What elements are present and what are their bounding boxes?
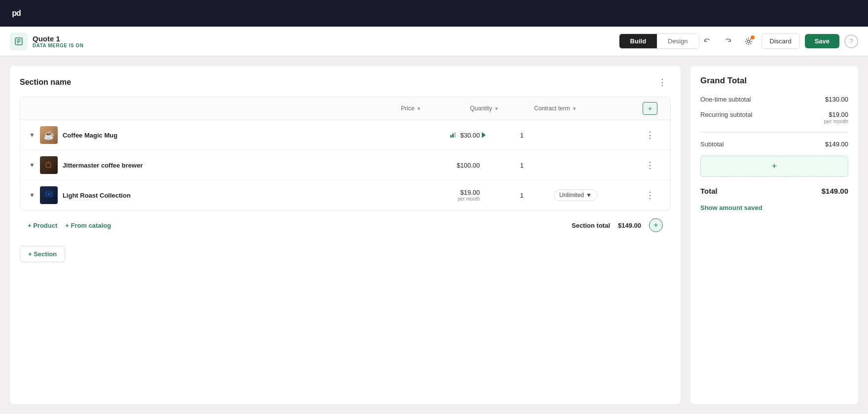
- qty-value-3: 1: [520, 192, 523, 199]
- section-menu-button[interactable]: ⋮: [654, 76, 671, 89]
- total-value: $149.00: [822, 187, 848, 195]
- subtotal-label: Subtotal: [700, 140, 724, 148]
- col-add-header: +: [643, 102, 662, 115]
- table-row: ▼ Light Roast Collection $19.00: [20, 180, 670, 210]
- product-name-3: Light Roast Collection: [63, 192, 131, 199]
- build-tab[interactable]: Build: [619, 34, 657, 48]
- quote-title-block: Quote 1 DATA MERGE IS ON: [33, 34, 619, 48]
- one-time-subtotal-value: $130.00: [825, 96, 848, 103]
- price-sort-icon: ▼: [416, 106, 421, 111]
- quote-title: Quote 1: [33, 34, 619, 43]
- show-amount-saved-button[interactable]: Show amount saved: [700, 204, 762, 211]
- col-contract-header: Contract term ▼: [534, 105, 618, 112]
- add-column-button[interactable]: +: [643, 102, 657, 115]
- price-trend-icon-1: [450, 132, 457, 138]
- expand-row-1-button[interactable]: ▼: [28, 131, 36, 139]
- product-thumb-3: [40, 186, 58, 204]
- subtotal-value: $149.00: [825, 140, 848, 148]
- svg-rect-9: [47, 164, 50, 167]
- section-name-heading: Section name: [20, 78, 71, 87]
- add-section-label: + Section: [28, 250, 57, 258]
- add-from-catalog-button[interactable]: + From catalog: [65, 222, 111, 229]
- svg-rect-3: [17, 42, 19, 43]
- svg-rect-1: [17, 39, 21, 40]
- section-footer: + Product + From catalog Section total $…: [20, 212, 671, 238]
- product-thumb-2: [40, 156, 58, 174]
- content-area: Section name ⋮ Price ▼ Quantity: [0, 56, 868, 414]
- quote-icon: [10, 33, 28, 50]
- quantity-sort-icon: ▼: [494, 106, 499, 111]
- recurring-subtotal-label: Recurring subtotal: [700, 111, 753, 118]
- design-tab[interactable]: Design: [657, 34, 698, 48]
- contract-cell-3: Unlimited ▼: [554, 189, 638, 201]
- product-name-2: Jittermaster coffee brewer: [63, 162, 143, 169]
- header-actions: Discard Save ?: [699, 34, 858, 49]
- add-grand-total-row-button[interactable]: +: [700, 156, 848, 177]
- svg-rect-6: [452, 134, 454, 138]
- qty-cell-1: 1: [490, 132, 554, 139]
- contract-term-column-label: Contract term: [534, 105, 570, 112]
- price-sub-3: per month: [421, 196, 480, 202]
- qty-value-2: 1: [520, 162, 523, 169]
- product-name-1: Coffee Magic Mug: [63, 132, 117, 139]
- contract-term-dropdown-3[interactable]: Unlimited ▼: [554, 189, 597, 201]
- add-section-row-button[interactable]: +: [649, 218, 663, 232]
- expand-row-2-button[interactable]: ▼: [28, 161, 36, 170]
- row-menu-1-button[interactable]: ⋮: [642, 129, 658, 141]
- col-price-header: Price ▼: [401, 105, 470, 112]
- quantity-column-label: Quantity: [470, 105, 492, 112]
- actions-cell-3: ⋮: [638, 189, 662, 202]
- add-product-button[interactable]: + Product: [28, 222, 57, 229]
- right-panel: Grand Total One-time subtotal $130.00 Re…: [690, 66, 858, 404]
- summary-divider: [700, 132, 848, 133]
- save-button[interactable]: Save: [805, 34, 839, 48]
- build-design-toggle: Build Design: [619, 34, 699, 49]
- actions-cell-2: ⋮: [638, 159, 662, 172]
- price-column-label: Price: [401, 105, 414, 112]
- price-value-2: $100.00: [457, 162, 480, 169]
- subtotal-row: Subtotal $149.00: [700, 140, 848, 148]
- product-cell-3: ▼ Light Roast Collection: [28, 186, 421, 204]
- row-menu-3-button[interactable]: ⋮: [642, 189, 658, 202]
- qty-cell-3: 1: [490, 192, 554, 199]
- total-label: Total: [700, 187, 718, 195]
- settings-notification-badge: [751, 35, 755, 39]
- settings-button[interactable]: [741, 34, 757, 49]
- add-product-label: + Product: [28, 222, 57, 229]
- grand-total-title: Grand Total: [700, 76, 848, 86]
- price-cell-1: $30.00: [421, 132, 490, 139]
- svg-rect-10: [48, 161, 49, 163]
- section-total-value: $149.00: [618, 222, 641, 229]
- one-time-subtotal-label: One-time subtotal: [700, 96, 751, 103]
- recurring-subtotal-value: $19.00: [824, 111, 848, 118]
- one-time-subtotal-row: One-time subtotal $130.00: [700, 96, 848, 103]
- expand-row-3-button[interactable]: ▼: [28, 191, 36, 200]
- section-header: Section name ⋮: [20, 76, 671, 89]
- undo-button[interactable]: [699, 34, 715, 49]
- contract-term-value-3: Unlimited: [559, 192, 584, 199]
- add-catalog-label: + From catalog: [65, 222, 111, 229]
- actions-cell-1: ⋮: [638, 129, 662, 141]
- table-row: ▼ ☕ Coffee Magic Mug: [20, 120, 670, 150]
- left-panel: Section name ⋮ Price ▼ Quantity: [10, 66, 681, 404]
- data-merge-badge: DATA MERGE IS ON: [33, 43, 619, 48]
- qty-value-1: 1: [520, 132, 523, 139]
- topbar: pd: [0, 0, 868, 27]
- contract-dropdown-chevron: ▼: [586, 192, 592, 199]
- table-header-row: Price ▼ Quantity ▼ Contract term ▼: [20, 97, 670, 120]
- discard-button[interactable]: Discard: [761, 34, 800, 49]
- price-value-3: $19.00: [460, 189, 480, 196]
- qty-cell-2: 1: [490, 162, 554, 169]
- app-logo: pd: [6, 3, 27, 24]
- total-row: Total $149.00: [700, 187, 848, 195]
- svg-rect-2: [17, 41, 21, 42]
- row-menu-2-button[interactable]: ⋮: [642, 159, 658, 172]
- svg-rect-7: [454, 132, 456, 138]
- redo-button[interactable]: [720, 34, 736, 49]
- help-button[interactable]: ?: [844, 34, 858, 48]
- add-section-button[interactable]: + Section: [20, 246, 65, 262]
- header-bar: Quote 1 DATA MERGE IS ON Build Design: [0, 27, 868, 56]
- section-total-label: Section total: [572, 222, 610, 229]
- price-value-1: $30.00: [460, 132, 480, 139]
- product-table: Price ▼ Quantity ▼ Contract term ▼: [20, 97, 671, 210]
